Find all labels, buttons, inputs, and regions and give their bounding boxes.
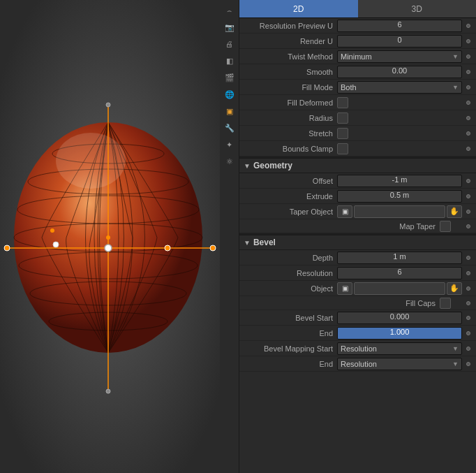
fill-deformed-checkbox[interactable]	[337, 97, 348, 108]
taper-object-name-btn[interactable]	[354, 205, 445, 218]
bevel-resolution-value: 6	[337, 267, 462, 279]
geometry-arrow: ▼	[244, 162, 251, 170]
extrude-input[interactable]: 0.5 m	[337, 190, 462, 203]
geometry-title: Geometry	[253, 161, 292, 170]
fill-mode-dot[interactable]	[463, 82, 473, 92]
radius-label: Radius	[239, 114, 337, 122]
fill-caps-label: Fill Caps	[406, 299, 440, 307]
world-icon[interactable]: 🌐	[222, 87, 237, 102]
fill-mode-dropdown[interactable]: Both ▼	[337, 81, 462, 94]
extrude-dot[interactable]	[463, 191, 473, 201]
bevel-mapping-end-row: End Resolution ▼	[239, 356, 476, 372]
bevel-start-row: Bevel Start 0.000	[239, 310, 476, 326]
twist-method-arrow: ▼	[452, 53, 459, 60]
radius-checkbox[interactable]	[337, 112, 348, 124]
resolution-preview-u-label: Resolution Preview U	[239, 22, 337, 30]
bevel-end-dot[interactable]	[463, 328, 473, 338]
modifier-icon[interactable]: 🔧	[222, 120, 237, 136]
twist-method-dropdown[interactable]: Minimum ▼	[337, 50, 462, 63]
offset-input[interactable]: -1 m	[337, 175, 462, 187]
fill-deformed-row: Fill Deformed	[239, 95, 476, 110]
stretch-row: Stretch	[239, 126, 476, 141]
render-u-dot[interactable]	[463, 36, 473, 46]
bevel-object-dot[interactable]	[463, 284, 473, 293]
fill-mode-arrow: ▼	[452, 84, 459, 91]
smooth-input[interactable]: 0.00	[337, 66, 462, 78]
bounds-clamp-checkbox[interactable]	[337, 143, 348, 154]
smooth-value: 0.00	[337, 66, 462, 78]
object-icon[interactable]: ▣	[222, 103, 237, 119]
map-taper-checkbox[interactable]	[440, 221, 451, 232]
resolution-preview-u-dot[interactable]	[463, 21, 473, 31]
fill-caps-checkbox[interactable]	[440, 298, 451, 309]
depth-input[interactable]: 1 m	[337, 252, 462, 264]
view-layer-icon[interactable]: ◧	[222, 53, 237, 68]
bevel-mapping-end-arrow: ▼	[452, 361, 459, 368]
curve-icon[interactable]: ⌢	[222, 3, 237, 18]
smooth-label: Smooth	[239, 68, 337, 76]
fill-deformed-dot[interactable]	[463, 98, 473, 108]
bounds-clamp-value	[337, 143, 462, 154]
svg-point-16	[53, 242, 59, 247]
render-u-row: Render U 0	[239, 34, 476, 49]
bevel-object-eyedropper[interactable]: ✋	[447, 282, 462, 295]
depth-dot[interactable]	[463, 253, 473, 263]
bevel-mapping-start-label: Bevel Mapping Start	[239, 344, 337, 353]
scene-icon[interactable]: 🎬	[222, 70, 237, 85]
fill-mode-value: Both ▼	[337, 81, 462, 94]
taper-object-icon-btn[interactable]: ▣	[337, 205, 352, 218]
particles-icon[interactable]: ✦	[222, 137, 237, 152]
bevel-resolution-label: Resolution	[239, 269, 337, 277]
output-icon[interactable]: 🖨	[222, 36, 237, 52]
bevel-end-row: End 1.000	[239, 326, 476, 341]
bevel-arrow: ▼	[244, 239, 251, 247]
bevel-start-value: 0.000	[337, 312, 462, 324]
bevel-mapping-start-dot[interactable]	[463, 344, 473, 354]
map-taper-dot[interactable]	[463, 221, 473, 231]
radius-dot[interactable]	[463, 113, 473, 123]
bevel-mapping-start-dropdown[interactable]: Resolution ▼	[337, 342, 462, 355]
bevel-start-input[interactable]: 0.000	[337, 312, 462, 324]
taper-object-value: ▣ ✋	[337, 205, 462, 218]
tab-3d[interactable]: 3D	[358, 0, 477, 17]
render-icon[interactable]: 📷	[222, 20, 237, 35]
smooth-dot[interactable]	[463, 67, 473, 77]
physics-icon[interactable]: ⚛	[222, 154, 237, 169]
stretch-dot[interactable]	[463, 129, 473, 138]
viewport[interactable]	[0, 0, 220, 473]
bevel-section-header[interactable]: ▼ Bevel	[239, 235, 476, 250]
bevel-object-row: Object ▣ ✋	[239, 281, 476, 296]
twist-method-dot[interactable]	[463, 52, 473, 61]
bevel-start-dot[interactable]	[463, 313, 473, 323]
resolution-preview-u-value: 6	[337, 20, 462, 32]
taper-object-eyedropper[interactable]: ✋	[447, 205, 462, 218]
radius-row: Radius	[239, 110, 476, 126]
stretch-checkbox[interactable]	[337, 128, 348, 139]
svg-point-15	[106, 389, 110, 393]
render-u-value: 0	[337, 35, 462, 48]
taper-object-dot[interactable]	[463, 207, 473, 217]
bevel-object-name-btn[interactable]	[354, 282, 445, 295]
bevel-mapping-end-dropdown[interactable]: Resolution ▼	[337, 358, 462, 370]
bevel-resolution-input[interactable]: 6	[337, 267, 462, 279]
extrude-label: Extrude	[239, 192, 337, 201]
twist-method-row: Twist Method Minimum ▼	[239, 49, 476, 64]
svg-point-12	[4, 245, 10, 251]
render-u-input[interactable]: 0	[337, 35, 462, 48]
bevel-end-input[interactable]: 1.000	[337, 327, 462, 340]
fill-caps-row: Fill Caps	[239, 296, 476, 310]
bevel-mapping-end-dot[interactable]	[463, 359, 473, 369]
resolution-preview-u-input[interactable]: 6	[337, 20, 462, 32]
fill-caps-dot[interactable]	[463, 298, 473, 308]
map-taper-label: Map Taper	[399, 222, 440, 231]
extrude-value: 0.5 m	[337, 190, 462, 203]
bevel-resolution-dot[interactable]	[463, 268, 473, 278]
bevel-mapping-start-arrow: ▼	[452, 345, 459, 352]
map-taper-row: Map Taper	[239, 219, 476, 233]
offset-dot[interactable]	[463, 176, 473, 186]
bounds-clamp-dot[interactable]	[463, 144, 473, 154]
geometry-section-header[interactable]: ▼ Geometry	[239, 158, 476, 173]
svg-point-9	[56, 133, 126, 189]
tab-2d[interactable]: 2D	[239, 0, 358, 17]
bevel-object-icon-btn[interactable]: ▣	[337, 282, 352, 295]
